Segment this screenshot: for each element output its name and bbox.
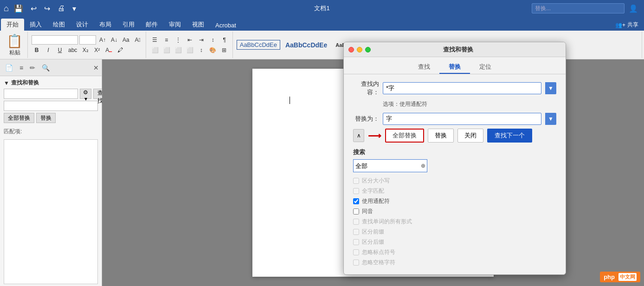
- sidebar-title: ▼ 查找和替换: [0, 76, 102, 89]
- shading-button[interactable]: 🎨: [207, 46, 218, 55]
- clear-format-button[interactable]: A⃝: [133, 35, 143, 45]
- align-center-button[interactable]: ⬜: [161, 46, 172, 55]
- font-size-increase[interactable]: A↑: [97, 35, 108, 45]
- font-size-decrease[interactable]: A↓: [109, 35, 119, 45]
- format-row-bottom: B I U abc X₂ X² A▁ 🖍: [32, 46, 143, 55]
- format-group: A↑ A↓ Aa A⃝ B I U abc X₂ X² A▁ 🖍: [29, 32, 146, 58]
- checkbox-suffix-input[interactable]: [353, 239, 359, 245]
- border-button[interactable]: ⊞: [219, 46, 229, 55]
- checkbox-wildcard-input[interactable]: [353, 198, 359, 204]
- user-icon-button[interactable]: 👤: [626, 3, 640, 14]
- tab-start[interactable]: 开始: [1, 19, 24, 31]
- checkbox-all-forms-input[interactable]: [353, 219, 359, 225]
- bullets-button[interactable]: ☰: [150, 35, 160, 45]
- dialog-max-dot[interactable]: [365, 47, 371, 52]
- tab-review[interactable]: 审阅: [163, 19, 187, 31]
- highlight-button[interactable]: 🖍: [115, 46, 125, 55]
- sidebar-close-button[interactable]: ✕: [93, 64, 99, 72]
- sidebar-replace-button[interactable]: 替换: [36, 113, 56, 123]
- align-right-button[interactable]: ⬜: [173, 46, 184, 55]
- sidebar-replace-input[interactable]: [4, 101, 98, 111]
- dialog-min-dot[interactable]: [357, 47, 362, 52]
- dialog-tab-replace[interactable]: 替换: [439, 61, 470, 74]
- sidebar-gear-button[interactable]: ⚙ ▾: [80, 89, 91, 99]
- tab-draw[interactable]: 绘图: [47, 19, 71, 31]
- superscript-button[interactable]: X²: [92, 46, 102, 55]
- font-color-button[interactable]: A▁: [103, 46, 114, 55]
- multilevel-button[interactable]: ⋮: [173, 35, 183, 45]
- checkbox-prefix-input[interactable]: [353, 229, 359, 235]
- style-normal[interactable]: AaBbCcDdEe: [237, 40, 280, 50]
- dialog-replace-dropdown[interactable]: ▼: [545, 113, 556, 125]
- format-row-top: A↑ A↓ Aa A⃝: [32, 35, 143, 45]
- tab-acrobat[interactable]: Acrobat: [210, 20, 242, 31]
- tab-mail[interactable]: 邮件: [140, 19, 163, 31]
- align-left-button[interactable]: ⬜: [150, 46, 161, 55]
- save-button[interactable]: 💾: [12, 3, 26, 14]
- title-search-input[interactable]: [532, 3, 625, 13]
- increase-indent-button[interactable]: ⇥: [196, 35, 206, 45]
- sidebar-find-input[interactable]: [4, 89, 78, 99]
- show-formatting-button[interactable]: ¶: [219, 35, 230, 45]
- font-size-input[interactable]: [79, 35, 96, 45]
- dialog-titlebar: 查找和替换: [344, 42, 566, 57]
- dialog-find-input[interactable]: [383, 82, 541, 94]
- checkbox-whole-word-input[interactable]: [353, 188, 359, 194]
- checkbox-ignore-punct-input[interactable]: [353, 249, 359, 255]
- dialog-chevron-button[interactable]: ∧: [353, 129, 364, 142]
- sidebar-search-btn[interactable]: 🔍: [39, 63, 52, 73]
- tab-view[interactable]: 视图: [187, 19, 210, 31]
- dialog-replace-label: 替换为：: [353, 115, 379, 123]
- dialog-find-next-button[interactable]: 查找下一个: [487, 129, 532, 143]
- paste-button[interactable]: 📋 粘贴: [5, 32, 25, 58]
- checkbox-case-input[interactable]: [353, 178, 359, 184]
- dialog-replace-button[interactable]: 替换: [428, 129, 454, 143]
- dialog-tab-locate[interactable]: 定位: [470, 61, 501, 74]
- dialog-search-select[interactable]: 全部 向下 向上: [353, 159, 427, 172]
- share-button[interactable]: 👥+ 共享: [611, 19, 643, 31]
- sidebar-toolbar: 📄 ≡ ✏ 🔍 ✕: [0, 59, 102, 76]
- underline-button[interactable]: U: [55, 46, 65, 55]
- dialog-tab-find[interactable]: 查找: [409, 61, 439, 74]
- tab-design[interactable]: 设计: [71, 19, 94, 31]
- sidebar-edit-btn[interactable]: ✏: [27, 63, 38, 73]
- redo-button[interactable]: ↪: [42, 3, 52, 14]
- tab-references[interactable]: 引用: [117, 19, 140, 31]
- numbering-button[interactable]: ≡: [161, 35, 172, 45]
- sort-button[interactable]: ↕: [208, 35, 218, 45]
- undo-button[interactable]: ↩: [28, 3, 39, 14]
- tab-layout[interactable]: 布局: [94, 19, 117, 31]
- dialog-replace-all-button[interactable]: 全部替换: [385, 129, 424, 143]
- checkbox-ignore-space-input[interactable]: [353, 260, 359, 266]
- dialog-close-dot[interactable]: [348, 47, 354, 52]
- bold-button[interactable]: B: [32, 46, 42, 55]
- format-rows: A↑ A↓ Aa A⃝ B I U abc X₂ X² A▁ 🖍: [32, 35, 143, 55]
- dialog-find-label: 查找内容：: [353, 80, 379, 97]
- customize-button[interactable]: ▾: [70, 3, 78, 14]
- sidebar-list-btn[interactable]: ≡: [17, 63, 26, 73]
- line-spacing-button[interactable]: ↕: [196, 46, 206, 55]
- checkbox-homophone-input[interactable]: [353, 208, 359, 214]
- justify-button[interactable]: ⬜: [185, 46, 195, 55]
- dialog-replace-input[interactable]: [383, 113, 541, 125]
- sidebar-nav-btn[interactable]: 📄: [3, 63, 15, 73]
- print-button[interactable]: 🖨: [55, 3, 67, 13]
- dialog-find-dropdown[interactable]: ▼: [545, 82, 556, 94]
- font-name-input[interactable]: [32, 35, 78, 45]
- sidebar-collapse-icon[interactable]: ▼: [4, 80, 9, 86]
- change-case-button[interactable]: Aa: [121, 35, 131, 45]
- find-replace-dialog[interactable]: 查找和替换 查找 替换 定位 查找内容： ▼ 选项：使用通配符 替换为： ▼: [343, 42, 566, 275]
- decrease-indent-button[interactable]: ⇤: [185, 35, 195, 45]
- title-bar: ⌂ 💾 ↩ ↪ 🖨 ▾ 文档1 👤: [0, 0, 644, 17]
- dialog-close-text-button[interactable]: 关闭: [457, 129, 483, 143]
- search-select-wrapper: 全部 向下 向上 ⊕: [353, 159, 427, 172]
- checkbox-homophone: 同音: [353, 208, 556, 215]
- italic-button[interactable]: I: [43, 46, 53, 55]
- checkbox-all-forms: 查找单词的所有形式: [353, 218, 556, 226]
- strikethrough-button[interactable]: abc: [66, 46, 79, 55]
- tab-insert[interactable]: 插入: [24, 19, 47, 31]
- subscript-button[interactable]: X₂: [80, 46, 90, 55]
- sidebar-replace-all-button[interactable]: 全部替换: [4, 113, 34, 123]
- style-heading1[interactable]: AaBbCcDdEe: [282, 40, 330, 50]
- dialog-search-section: 搜索: [353, 148, 556, 156]
